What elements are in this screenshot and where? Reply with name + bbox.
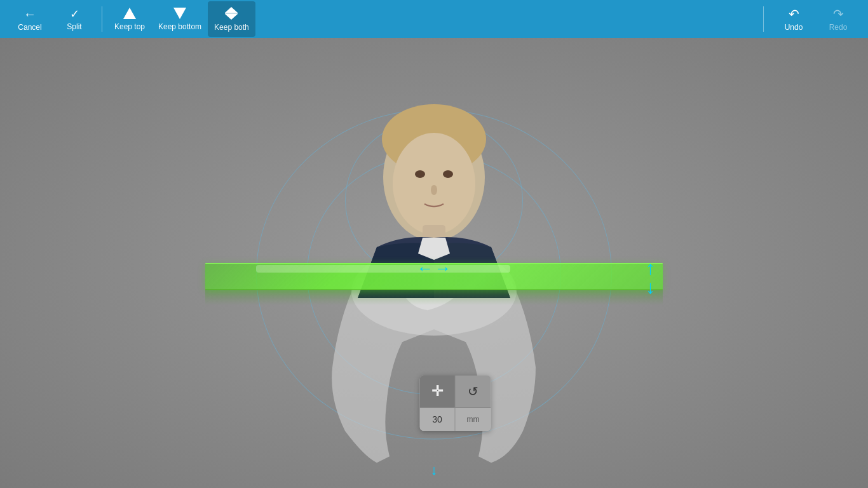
undo-button[interactable]: ↶ Undo: [771, 1, 816, 37]
vertical-move-arrow[interactable]: ↑ ↓: [646, 259, 655, 297]
keep-bottom-label: Keep bottom: [158, 22, 201, 31]
keep-both-button[interactable]: Keep both: [208, 1, 255, 37]
cancel-label: Cancel: [18, 23, 41, 32]
cutting-plane-shadow: [205, 289, 663, 305]
keep-both-icon: [225, 7, 238, 22]
undo-icon: ↶: [789, 6, 799, 22]
redo-label: Redo: [829, 23, 848, 32]
control-value-row: 30 mm: [420, 407, 491, 431]
reset-icon: ↺: [468, 384, 478, 399]
control-panel-buttons: ✛ ↺: [420, 376, 491, 407]
control-panel: ✛ ↺ 30 mm: [420, 376, 491, 431]
split-button[interactable]: ✓ Split: [52, 1, 97, 37]
canvas-area[interactable]: ← → ↑ ↓ ↓ ✛ ↺ 30 mm: [0, 38, 868, 488]
move-tool-icon: ✛: [431, 383, 443, 400]
redo-icon: ↷: [833, 6, 844, 22]
back-arrow-icon: ←: [24, 7, 36, 22]
bottom-arrow[interactable]: ↓: [431, 462, 438, 478]
keep-top-button[interactable]: Keep top: [107, 1, 152, 37]
svg-point-12: [443, 170, 453, 178]
svg-marker-2: [173, 8, 186, 19]
toolbar: ← Cancel ✓ Split Keep top Keep bottom: [0, 0, 868, 38]
svg-point-10: [393, 133, 475, 234]
split-icon: ✓: [70, 7, 79, 21]
plane-value: 30: [420, 408, 456, 431]
keep-top-icon: [123, 8, 136, 21]
keep-both-label: Keep both: [214, 23, 249, 32]
toolbar-divider-1: [102, 6, 102, 32]
keep-top-label: Keep top: [114, 22, 145, 31]
toolbar-divider-2: [763, 6, 764, 32]
keep-bottom-icon: [173, 8, 186, 21]
svg-marker-0: [123, 8, 136, 19]
toolbar-right: ↶ Undo ↷ Redo: [756, 1, 860, 37]
undo-label: Undo: [785, 23, 803, 32]
svg-marker-6: [225, 14, 238, 20]
svg-marker-4: [225, 7, 238, 13]
move-tool-button[interactable]: ✛: [420, 376, 456, 407]
cancel-button[interactable]: ← Cancel: [8, 1, 52, 37]
plane-unit: mm: [456, 408, 491, 431]
split-label: Split: [67, 22, 81, 31]
reset-button[interactable]: ↺: [456, 376, 491, 407]
svg-point-13: [431, 185, 437, 195]
horizontal-move-arrow[interactable]: ← →: [417, 259, 451, 278]
svg-point-11: [415, 170, 425, 178]
redo-button[interactable]: ↷ Redo: [816, 1, 860, 37]
keep-bottom-button[interactable]: Keep bottom: [152, 1, 208, 37]
